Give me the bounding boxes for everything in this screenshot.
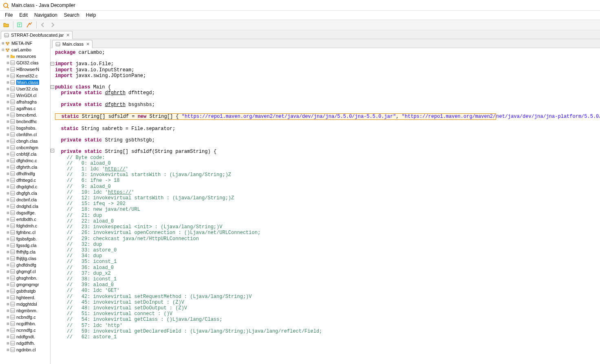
tree-arrow-icon[interactable]: ⊞ <box>6 289 10 293</box>
tree-arrow-icon[interactable]: ⊞ <box>6 185 10 189</box>
tree-item[interactable]: ⊞010ertdbdth.c <box>0 216 50 223</box>
tree-item[interactable]: ⊞010dfhdfndfg <box>0 170 50 177</box>
tree-arrow-icon[interactable]: ⊞ <box>6 68 10 71</box>
code-view[interactable]: package carLambo; import java.io.File; i… <box>54 48 600 364</box>
tree-item[interactable]: ⊞010dndghd.cla <box>0 203 50 210</box>
tree-arrow-icon[interactable]: ⊞ <box>6 152 10 156</box>
tree-arrow-icon[interactable]: ⊞ <box>6 139 10 143</box>
tree-item[interactable]: ⊞010agafhas.c <box>0 105 50 112</box>
menu-file[interactable]: File <box>2 11 16 19</box>
tree-arrow-icon[interactable]: ⊞ <box>6 342 10 345</box>
tree-item[interactable]: ⊞010User32.cla <box>0 86 50 92</box>
tree-arrow-icon[interactable]: ⊞ <box>6 296 10 300</box>
tree-item[interactable]: ⊞010fdghdmh.c <box>0 223 50 229</box>
fold-icon[interactable]: − <box>51 149 54 152</box>
tree-arrow-icon[interactable]: ⊞ <box>6 94 10 97</box>
tree-arrow-icon[interactable]: ⊞ <box>6 74 10 78</box>
tree-arrow-icon[interactable]: ⊞ <box>6 283 10 287</box>
tree-item[interactable]: ⊞010nddfgndt. <box>0 333 50 340</box>
fold-icon[interactable]: − <box>51 62 54 66</box>
tree-arrow-icon[interactable]: ⊞ <box>6 55 10 58</box>
tree-item[interactable]: ⊞010nbgmbnm. <box>0 307 50 314</box>
tree-arrow-icon[interactable]: ⊞ <box>6 302 10 306</box>
tree-arrow-icon[interactable]: ⊞ <box>6 263 10 267</box>
jar-tab[interactable]: 010 STRRAT-Deobfuscated.jar ✕ <box>1 31 73 39</box>
tree-item[interactable]: ⊞010fhjtjtg.clas <box>0 255 50 262</box>
tree-item[interactable]: ⊞010ndgdfhfh. <box>0 340 50 346</box>
menu-navigation[interactable]: Navigation <box>31 11 61 19</box>
tree-item[interactable]: ⊞010afhshsghs <box>0 99 50 105</box>
tree-item[interactable]: ⊞010ncbndfg.c <box>0 314 50 320</box>
tree-item[interactable]: ⊞010HBrowserN <box>0 66 50 73</box>
tree-arrow-icon[interactable]: ⊞ <box>6 107 10 110</box>
tree-arrow-icon[interactable]: ⊞ <box>6 335 10 339</box>
back-button[interactable] <box>38 20 47 29</box>
menu-search[interactable]: Search <box>61 11 83 19</box>
tree-arrow-icon[interactable]: ⊞ <box>6 159 10 163</box>
tree-item[interactable]: ⊞010bncbndfhc <box>0 118 50 125</box>
tree-arrow-icon[interactable]: ⊞ <box>1 42 5 45</box>
tree-arrow-icon[interactable]: ⊞ <box>6 270 10 274</box>
tree-item[interactable]: ⊞010mdgghtdsl <box>0 301 50 307</box>
tree-arrow-icon[interactable]: ⊟ <box>1 48 5 52</box>
tree-arrow-icon[interactable]: ⊞ <box>6 309 10 313</box>
tree-item[interactable]: ⊞010hghteerd. <box>0 294 50 301</box>
tree-item[interactable]: ⊞010ncgdfhbn. <box>0 320 50 327</box>
tree-item[interactable]: ⊞010ngdnbn.cl <box>0 346 50 353</box>
tree-arrow-icon[interactable]: ⊞ <box>6 165 10 169</box>
close-icon[interactable]: ✕ <box>86 42 90 47</box>
tree-item[interactable]: ⊞010fgsbsfgsb. <box>0 236 50 242</box>
close-icon[interactable]: ✕ <box>66 33 70 38</box>
tree-item[interactable]: ⊞010Kernel32.c <box>0 73 50 79</box>
tree-item[interactable]: ⊞010dncbnf.cla <box>0 196 50 203</box>
tree-item[interactable]: ⊞010fhfhjfg.cla <box>0 249 50 255</box>
tree-item[interactable]: ⊞010ghdfdndfg <box>0 262 50 268</box>
tree-arrow-icon[interactable]: ⊞ <box>6 250 10 254</box>
tree-item[interactable]: ⊞010Main.class <box>0 79 50 86</box>
tree-package-metainf[interactable]: ⊞META-INF <box>0 40 50 46</box>
open-file-button[interactable] <box>2 20 11 29</box>
tree-package-carlambo[interactable]: ⊟carLambo <box>0 46 50 53</box>
forward-button[interactable] <box>48 20 57 29</box>
menu-edit[interactable]: Edit <box>16 11 31 19</box>
tree-arrow-icon[interactable]: ⊞ <box>6 198 10 202</box>
tree-item[interactable]: ⊞010cnbfdjf.cla <box>0 151 50 157</box>
tree-arrow-icon[interactable]: ⊞ <box>6 87 10 91</box>
tree-arrow-icon[interactable]: ⊞ <box>6 146 10 150</box>
tree-item[interactable]: ⊞010bsgshsbs. <box>0 125 50 131</box>
tree-item[interactable]: ⊞010GDI32.clas <box>0 60 50 66</box>
tree-item[interactable]: ⊞010dfhttegd.c <box>0 177 50 183</box>
tree-arrow-icon[interactable]: ⊞ <box>6 315 10 319</box>
tree-item[interactable]: ⊞010dhgfgh.cla <box>0 190 50 196</box>
menu-help[interactable]: Help <box>83 11 99 19</box>
tree-arrow-icon[interactable]: ⊞ <box>6 113 10 117</box>
tree-item[interactable]: ⊞010ghsghnbn. <box>0 275 50 281</box>
open-type-button[interactable]: T <box>15 20 24 29</box>
class-tab[interactable]: 010 Main.class ✕ <box>52 40 93 48</box>
tree-item[interactable]: ⊞010cbngh.clas <box>0 138 50 144</box>
tree-item[interactable]: ⊞010ghgmgf.cl <box>0 268 50 275</box>
tree-item[interactable]: ⊞010dfghdmc.c <box>0 157 50 164</box>
tree-arrow-icon[interactable]: ⊞ <box>6 100 10 104</box>
tree-item[interactable]: ⊞010fgfnbnc.cl <box>0 229 50 236</box>
tree-item[interactable]: ⊞010cbnfdhn.cl <box>0 131 50 138</box>
tree-arrow-icon[interactable]: ⊞ <box>6 120 10 124</box>
tree-arrow-icon[interactable]: ⊞ <box>6 237 10 241</box>
tree-arrow-icon[interactable]: ⊞ <box>6 179 10 182</box>
tree-arrow-icon[interactable]: ⊞ <box>6 244 10 247</box>
fold-icon[interactable]: − <box>51 85 54 89</box>
tree-arrow-icon[interactable]: ⊞ <box>6 61 10 65</box>
tree-arrow-icon[interactable]: ⊞ <box>6 205 10 208</box>
tree-arrow-icon[interactable]: ⊞ <box>6 192 10 195</box>
tree-item[interactable]: ⊞010dsgsdfge. <box>0 210 50 216</box>
tree-arrow-icon[interactable]: ⊞ <box>6 257 10 260</box>
tree-item[interactable]: ⊞010cnbcmhgm <box>0 144 50 151</box>
tree-arrow-icon[interactable]: ⊞ <box>6 81 10 84</box>
tree-item[interactable]: ⊞010fgssdg.cla <box>0 242 50 249</box>
tree-item[interactable]: ⊞010bmcvbmd. <box>0 112 50 118</box>
tree-arrow-icon[interactable]: ⊞ <box>6 322 10 326</box>
tree-arrow-icon[interactable]: ⊞ <box>6 348 10 352</box>
tree-arrow-icon[interactable]: ⊞ <box>6 126 10 130</box>
tree-arrow-icon[interactable]: ⊞ <box>6 211 10 215</box>
tree-item[interactable]: ⊞010ncnndfg.c <box>0 327 50 333</box>
